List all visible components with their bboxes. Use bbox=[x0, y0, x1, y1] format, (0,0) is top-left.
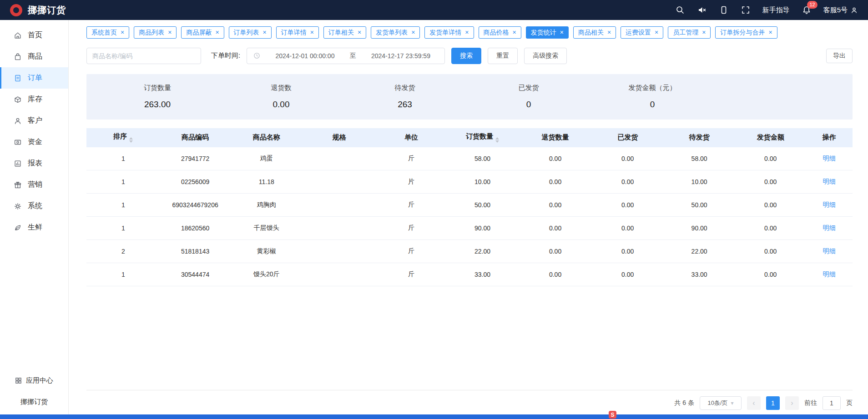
table-cell: 0.00 bbox=[592, 170, 663, 194]
column-order-quantity[interactable]: 订货数量 bbox=[446, 128, 518, 147]
table-row: 1 6903244679206 鸡胸肉 斤 50.00 0.00 0.00 50… bbox=[86, 194, 853, 217]
date-range-separator: 至 bbox=[350, 52, 356, 60]
tab-product-block[interactable]: 商品屏蔽× bbox=[181, 26, 224, 39]
table-cell: 斤 bbox=[376, 263, 447, 286]
close-icon[interactable]: × bbox=[702, 29, 706, 35]
sidebar-item-reports[interactable]: 报表 bbox=[0, 153, 68, 174]
sidebar-item-inventory[interactable]: 库存 bbox=[0, 89, 68, 110]
stat-pending-shipment: 待发货 263 bbox=[343, 84, 467, 110]
sidebar-item-fresh[interactable]: 生鲜 bbox=[0, 217, 68, 238]
app-root: 挪挪订货 新手指导 12 客服5号 bbox=[0, 0, 868, 419]
close-icon[interactable]: × bbox=[263, 29, 267, 35]
column-pending: 待发货 bbox=[663, 128, 735, 147]
table-cell: 30544474 bbox=[160, 263, 231, 286]
mute-speaker-icon[interactable] bbox=[697, 5, 707, 15]
tab-freight-settings[interactable]: 运费设置× bbox=[621, 26, 663, 39]
close-icon[interactable]: × bbox=[513, 29, 516, 35]
page-number-1[interactable]: 1 bbox=[766, 396, 780, 410]
tab-order-split-merge[interactable]: 订单拆分与合并× bbox=[715, 26, 777, 39]
tab-system-home[interactable]: 系统首页× bbox=[86, 26, 129, 39]
sogou-input-icon[interactable]: S bbox=[609, 411, 616, 419]
page-size-value: 10条/页 bbox=[707, 399, 727, 407]
user-label: 客服5号 bbox=[823, 6, 848, 15]
next-page-button[interactable]: › bbox=[785, 396, 799, 410]
detail-link[interactable]: 明细 bbox=[823, 270, 836, 278]
close-icon[interactable]: × bbox=[607, 29, 611, 35]
tab-order-related[interactable]: 订单相关× bbox=[323, 26, 366, 39]
sidebar-item-home[interactable]: 首页 bbox=[0, 25, 68, 46]
search-icon[interactable] bbox=[675, 5, 685, 15]
search-button[interactable]: 搜索 bbox=[451, 48, 481, 64]
table-cell: 馒头20斤 bbox=[231, 263, 303, 286]
detail-link[interactable]: 明细 bbox=[823, 247, 836, 254]
table-cell: 90.00 bbox=[446, 217, 518, 240]
goto-page-input[interactable] bbox=[823, 396, 841, 410]
table-cell: 鸡蛋 bbox=[231, 147, 303, 170]
app-logo[interactable] bbox=[10, 4, 22, 16]
close-icon[interactable]: × bbox=[168, 29, 172, 35]
sidebar-item-system[interactable]: 系统 bbox=[0, 195, 68, 217]
column-product-name: 商品名称 bbox=[231, 128, 303, 147]
beginner-guide-link[interactable]: 新手指导 bbox=[762, 6, 790, 15]
sidebar-item-goods[interactable]: 商品 bbox=[0, 46, 68, 67]
taskbar-strip bbox=[0, 414, 868, 419]
tab-shipment-detail[interactable]: 发货单详情× bbox=[424, 26, 474, 39]
close-icon[interactable]: × bbox=[465, 29, 469, 35]
sidebar-item-customers[interactable]: 客户 bbox=[0, 110, 68, 131]
table-cell: 50.00 bbox=[446, 194, 518, 217]
sidebar: 首页 商品 订单 库存 客户 资金 bbox=[0, 20, 69, 414]
tab-order-detail[interactable]: 订单详情× bbox=[276, 26, 319, 39]
page-size-select[interactable]: 10条/页 ▾ bbox=[700, 396, 742, 410]
keyword-input[interactable] bbox=[86, 48, 201, 64]
close-icon[interactable]: × bbox=[310, 29, 314, 35]
sidebar-item-label: 商品 bbox=[28, 52, 42, 61]
mobile-app-icon[interactable] bbox=[719, 5, 729, 15]
tab-product-related[interactable]: 商品相关× bbox=[573, 26, 616, 39]
app-center-label: 应用中心 bbox=[26, 376, 53, 385]
sidebar-item-label: 生鲜 bbox=[28, 223, 42, 232]
detail-link[interactable]: 明细 bbox=[823, 201, 836, 208]
user-menu[interactable]: 客服5号 bbox=[823, 6, 858, 15]
export-button[interactable]: 导出 bbox=[826, 49, 853, 63]
date-range-picker[interactable]: 2024-12-01 00:00:00 至 2024-12-17 23:59:5… bbox=[247, 48, 445, 64]
notification-bell-icon[interactable]: 12 bbox=[802, 5, 812, 15]
tab-product-price[interactable]: 商品价格× bbox=[479, 26, 521, 39]
system-gear-icon bbox=[14, 202, 22, 210]
detail-link[interactable]: 明细 bbox=[823, 178, 836, 185]
table-cell: 51818143 bbox=[160, 240, 231, 263]
reset-button[interactable]: 重置 bbox=[488, 48, 518, 64]
column-return-quantity: 退货数量 bbox=[519, 128, 592, 147]
close-icon[interactable]: × bbox=[655, 29, 658, 35]
tab-shipment-list[interactable]: 发货单列表× bbox=[371, 26, 420, 39]
detail-link[interactable]: 明细 bbox=[823, 224, 836, 231]
close-icon[interactable]: × bbox=[560, 29, 564, 35]
sidebar-footer: 应用中心 挪挪订货 bbox=[0, 376, 68, 406]
sort-carets-icon[interactable] bbox=[495, 137, 499, 143]
sidebar-item-funds[interactable]: 资金 bbox=[0, 131, 68, 153]
grid-icon bbox=[15, 377, 22, 384]
app-center-link[interactable]: 应用中心 bbox=[15, 376, 53, 385]
advanced-search-button[interactable]: 高级搜索 bbox=[524, 48, 567, 64]
close-icon[interactable]: × bbox=[411, 29, 415, 35]
tab-shipping-stats[interactable]: 发货统计× bbox=[526, 26, 569, 39]
column-spec: 规格 bbox=[303, 128, 376, 147]
tab-product-list[interactable]: 商品列表× bbox=[134, 26, 177, 39]
close-icon[interactable]: × bbox=[768, 29, 772, 35]
detail-link[interactable]: 明细 bbox=[823, 155, 836, 162]
column-product-code: 商品编码 bbox=[160, 128, 231, 147]
prev-page-button[interactable]: ‹ bbox=[747, 396, 761, 410]
column-sort[interactable]: 排序 bbox=[86, 128, 160, 147]
close-icon[interactable]: × bbox=[121, 29, 124, 35]
table-cell: 58.00 bbox=[663, 147, 735, 170]
tab-order-list[interactable]: 订单列表× bbox=[229, 26, 272, 39]
tab-staff-management[interactable]: 员工管理× bbox=[668, 26, 711, 39]
close-icon[interactable]: × bbox=[215, 29, 219, 35]
sidebar-item-orders[interactable]: 订单 bbox=[0, 67, 68, 89]
close-icon[interactable]: × bbox=[358, 29, 361, 35]
table-cell bbox=[303, 240, 376, 263]
sidebar-item-marketing[interactable]: 营销 bbox=[0, 174, 68, 195]
home-icon bbox=[14, 31, 22, 40]
report-chart-icon bbox=[14, 160, 22, 168]
fullscreen-icon[interactable] bbox=[741, 5, 751, 15]
sort-carets-icon[interactable] bbox=[129, 137, 133, 143]
